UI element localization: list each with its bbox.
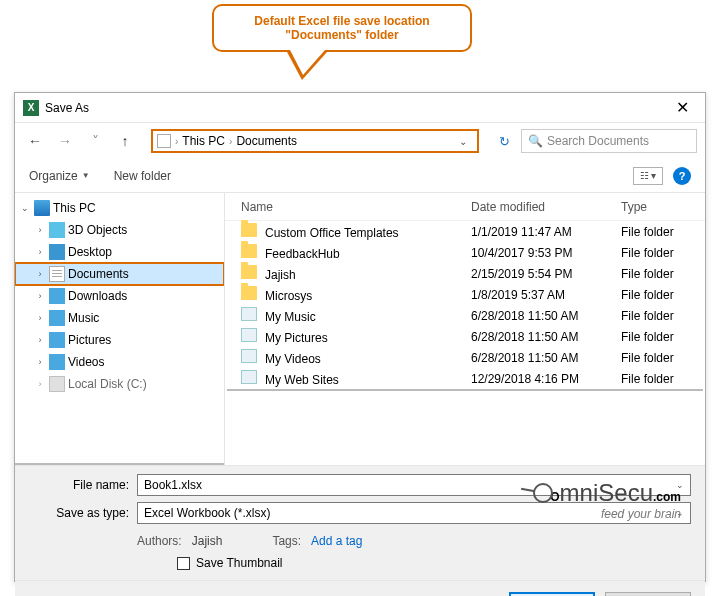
refresh-button[interactable]: ↻ bbox=[493, 134, 515, 149]
file-list: Name Date modified Type Custom Office Te… bbox=[225, 193, 705, 465]
tags-value[interactable]: Add a tag bbox=[311, 534, 362, 548]
callout-tail bbox=[287, 52, 327, 80]
column-name[interactable]: Name bbox=[241, 200, 471, 214]
expand-icon[interactable]: › bbox=[34, 269, 46, 279]
file-name-label: File name: bbox=[29, 478, 137, 492]
list-item[interactable]: My Videos6/28/2018 11:50 AMFile folder bbox=[225, 347, 705, 368]
tree-item-downloads[interactable]: › Downloads bbox=[15, 285, 224, 307]
view-options-button[interactable]: ☷ ▾ bbox=[633, 167, 663, 185]
save-as-dialog: X Save As ✕ ← → ˅ ↑ › This PC › Document… bbox=[14, 92, 706, 582]
toolbar: Organize ▼ New folder ☷ ▾ ? bbox=[15, 159, 705, 193]
back-button[interactable]: ← bbox=[23, 129, 47, 153]
excel-icon: X bbox=[23, 100, 39, 116]
save-thumbnail-label: Save Thumbnail bbox=[196, 556, 283, 570]
videos-icon bbox=[49, 354, 65, 370]
annotation-callout: Default Excel file save location "Docume… bbox=[212, 4, 472, 80]
pc-icon bbox=[34, 200, 50, 216]
help-button[interactable]: ? bbox=[673, 167, 691, 185]
expand-icon[interactable]: › bbox=[34, 379, 46, 389]
list-item[interactable]: Custom Office Templates1/1/2019 11:47 AM… bbox=[225, 221, 705, 242]
expand-icon[interactable]: › bbox=[34, 225, 46, 235]
column-type[interactable]: Type bbox=[621, 200, 689, 214]
list-item[interactable]: My Music6/28/2018 11:50 AMFile folder bbox=[225, 305, 705, 326]
tree-item-this-pc[interactable]: ⌄ This PC bbox=[15, 197, 224, 219]
desktop-icon bbox=[49, 244, 65, 260]
folder-icon bbox=[241, 244, 257, 258]
tree-item-3d-objects[interactable]: › 3D Objects bbox=[15, 219, 224, 241]
media-icon bbox=[241, 307, 257, 321]
authors-value[interactable]: Jajish bbox=[192, 534, 223, 548]
titlebar: X Save As ✕ bbox=[15, 93, 705, 123]
expand-icon[interactable]: › bbox=[34, 357, 46, 367]
3d-objects-icon bbox=[49, 222, 65, 238]
list-item[interactable]: Microsys1/8/2019 5:37 AMFile folder bbox=[225, 284, 705, 305]
tree-item-documents[interactable]: › Documents bbox=[15, 263, 224, 285]
folder-icon bbox=[241, 286, 257, 300]
folder-icon bbox=[241, 223, 257, 237]
tree-item-pictures[interactable]: › Pictures bbox=[15, 329, 224, 351]
web-icon bbox=[241, 370, 257, 384]
save-thumbnail-checkbox[interactable] bbox=[177, 557, 190, 570]
authors-label: Authors: bbox=[137, 534, 182, 548]
expand-icon[interactable]: › bbox=[34, 291, 46, 301]
callout-line1: Default Excel file save location bbox=[230, 14, 454, 28]
list-item[interactable]: My Pictures6/28/2018 11:50 AMFile folder bbox=[225, 326, 705, 347]
chevron-down-icon: ▼ bbox=[82, 171, 90, 180]
breadcrumb[interactable]: › This PC › Documents ⌄ bbox=[151, 129, 479, 153]
downloads-icon bbox=[49, 288, 65, 304]
callout-line2: "Documents" folder bbox=[230, 28, 454, 42]
breadcrumb-item[interactable]: This PC bbox=[182, 134, 225, 148]
up-button[interactable]: ↑ bbox=[113, 129, 137, 153]
music-icon bbox=[49, 310, 65, 326]
watermark-logo: OmniSecu.com feed your brain bbox=[533, 479, 681, 521]
media-icon bbox=[241, 349, 257, 363]
documents-icon bbox=[49, 266, 65, 282]
collapse-icon[interactable]: ⌄ bbox=[19, 203, 31, 213]
list-item[interactable]: FeedbackHub10/4/2017 9:53 PMFile folder bbox=[225, 242, 705, 263]
list-item[interactable]: My Web Sites12/29/2018 4:16 PMFile folde… bbox=[225, 368, 705, 389]
organize-button[interactable]: Organize ▼ bbox=[29, 169, 90, 183]
folder-tree: ⌄ This PC › 3D Objects › Desktop › Docum… bbox=[15, 193, 225, 465]
cancel-button[interactable]: Cancel bbox=[605, 592, 691, 597]
save-type-label: Save as type: bbox=[29, 506, 137, 520]
media-icon bbox=[241, 328, 257, 342]
pictures-icon bbox=[49, 332, 65, 348]
expand-icon[interactable]: › bbox=[34, 247, 46, 257]
expand-icon[interactable]: › bbox=[34, 313, 46, 323]
breadcrumb-item[interactable]: Documents bbox=[236, 134, 297, 148]
column-headers: Name Date modified Type bbox=[225, 193, 705, 221]
dialog-footer: ʌ Hide Folders Tools ▼ Save Cancel bbox=[15, 580, 705, 596]
chevron-right-icon[interactable]: › bbox=[175, 136, 178, 147]
recent-dropdown[interactable]: ˅ bbox=[83, 129, 107, 153]
expand-icon[interactable]: › bbox=[34, 335, 46, 345]
list-item[interactable]: Jajish2/15/2019 5:54 PMFile folder bbox=[225, 263, 705, 284]
breadcrumb-dropdown[interactable]: ⌄ bbox=[453, 136, 473, 147]
folder-icon bbox=[241, 265, 257, 279]
column-date[interactable]: Date modified bbox=[471, 200, 621, 214]
tags-label: Tags: bbox=[272, 534, 301, 548]
tree-item-videos[interactable]: › Videos bbox=[15, 351, 224, 373]
search-icon: 🔍 bbox=[528, 134, 543, 148]
chevron-right-icon[interactable]: › bbox=[229, 136, 232, 147]
save-button[interactable]: Save bbox=[509, 592, 595, 597]
tree-item-music[interactable]: › Music bbox=[15, 307, 224, 329]
close-button[interactable]: ✕ bbox=[668, 98, 697, 117]
search-input[interactable]: 🔍 Search Documents bbox=[521, 129, 697, 153]
search-placeholder: Search Documents bbox=[547, 134, 649, 148]
tree-item-desktop[interactable]: › Desktop bbox=[15, 241, 224, 263]
forward-button: → bbox=[53, 129, 77, 153]
location-icon bbox=[157, 134, 171, 148]
window-title: Save As bbox=[45, 101, 668, 115]
new-folder-button[interactable]: New folder bbox=[114, 169, 171, 183]
disk-icon bbox=[49, 376, 65, 392]
nav-bar: ← → ˅ ↑ › This PC › Documents ⌄ ↻ 🔍 Sear… bbox=[15, 123, 705, 159]
tree-item-local-disk[interactable]: › Local Disk (C:) bbox=[15, 373, 224, 395]
